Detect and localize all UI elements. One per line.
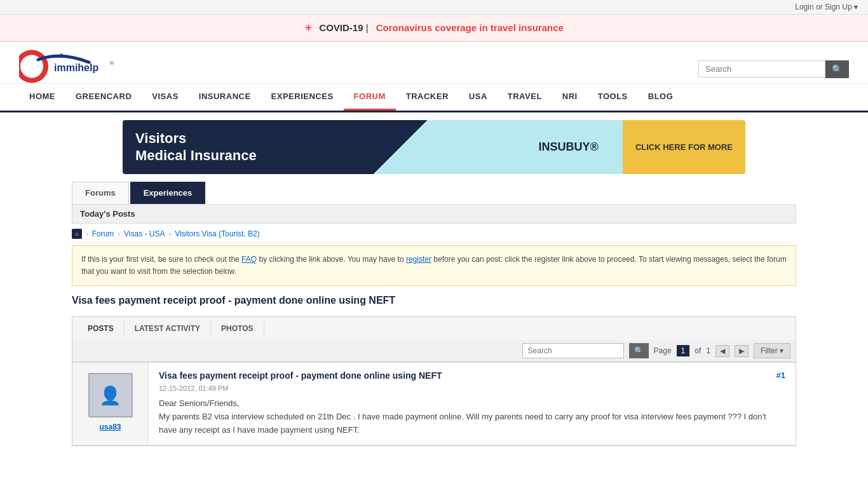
login-link[interactable]: Login or Sign Up ▾ (795, 3, 858, 11)
covid-icon: ✳ (304, 22, 313, 33)
search-button[interactable]: 🔍 (825, 60, 849, 78)
svg-text:immihelp: immihelp (54, 62, 98, 73)
post-area: 👤 usa83 Visa fees payment receipt proof … (72, 362, 796, 445)
post-controls: 🔍 Page 1 of 1 ◀ ▶ Filter ▾ (72, 340, 796, 362)
post-tab-latest-activity[interactable]: LATEST ACTIVITY (125, 321, 211, 336)
filter-button[interactable]: Filter ▾ (754, 343, 790, 358)
banner-check-1: Instant Quotes & Purchase (282, 130, 507, 140)
avatar: 👤 (88, 373, 133, 417)
breadcrumb-visitors-visa[interactable]: Visitors Visa (Tourist, B2) (175, 229, 260, 238)
post-date: 12-15-2012, 01:49 PM (159, 384, 785, 392)
nav-item-greencard[interactable]: GREENCARD (65, 84, 142, 111)
svg-text:®: ® (110, 60, 114, 66)
banner-check-3: No Paperwork (282, 153, 507, 163)
nav-item-home[interactable]: HOME (19, 84, 65, 111)
nav-item-tracker[interactable]: TRACKER (396, 84, 459, 111)
svg-text:★: ★ (58, 51, 64, 58)
banner-middle: Instant Quotes & Purchase Excellent US C… (269, 124, 520, 171)
covid-title: COVID-19 (319, 22, 363, 33)
banner-ad[interactable]: Visitors Medical Insurance Instant Quote… (123, 120, 745, 174)
post-tab-photos[interactable]: PHOTOS (211, 321, 264, 336)
info-box: If this is your first visit, be sure to … (72, 245, 796, 286)
nav-bar: HOME GREENCARD VISAS INSURANCE EXPERIENC… (0, 83, 868, 112)
todays-posts: Today's Posts (72, 204, 796, 224)
home-icon[interactable]: ⌂ (72, 229, 82, 239)
banner-title: Visitors Medical Insurance (135, 130, 257, 164)
faq-link[interactable]: FAQ (241, 255, 257, 264)
table-row: 👤 usa83 Visa fees payment receipt proof … (72, 363, 796, 445)
post-tabs-bar: POSTS LATEST ACTIVITY PHOTOS (72, 316, 796, 340)
post-avatar: 👤 usa83 (72, 363, 149, 444)
search-area: 🔍 (698, 60, 849, 78)
nav-item-tools[interactable]: TOOLS (588, 84, 638, 111)
main-content: Forums Experiences Today's Posts ⌂ › For… (53, 182, 815, 446)
banner-left: Visitors Medical Insurance (123, 124, 269, 170)
header: ★ immihelp ® 🔍 (0, 42, 868, 83)
nav-item-insurance[interactable]: INSURANCE (189, 84, 261, 111)
prev-page-button[interactable]: ◀ (715, 345, 729, 357)
post-header: Visa fees payment receipt proof - paymen… (159, 370, 785, 381)
covid-banner: ✳ COVID-19 | Coronavirus coverage in tra… (0, 15, 868, 42)
username-link[interactable]: usa83 (99, 423, 121, 431)
search-input[interactable] (698, 60, 825, 78)
post-search-button[interactable]: 🔍 (629, 343, 649, 358)
nav-item-forum[interactable]: FORUM (344, 84, 396, 111)
nav-item-blog[interactable]: BLOG (638, 84, 684, 111)
insubuy-logo: INSUBUY® (539, 140, 599, 154)
post-body: Visa fees payment receipt proof - paymen… (149, 363, 796, 444)
tab-experiences[interactable]: Experiences (130, 182, 206, 204)
nav-item-travel[interactable]: TRAVEL (498, 84, 552, 111)
nav-item-experiences[interactable]: EXPERIENCES (261, 84, 344, 111)
logo: ★ immihelp ® (19, 48, 121, 83)
post-text: Dear Seniors/Friends, My parents B2 visa… (159, 397, 785, 437)
tab-forums[interactable]: Forums (72, 182, 129, 204)
nav-item-visas[interactable]: VISAS (142, 84, 189, 111)
banner-cta[interactable]: CLICK HERE FOR MORE (623, 120, 745, 174)
post-number: #1 (776, 370, 785, 380)
nav-list: HOME GREENCARD VISAS INSURANCE EXPERIENC… (19, 84, 849, 111)
nav-item-nri[interactable]: NRI (552, 84, 588, 111)
page-label: Page (654, 346, 672, 355)
breadcrumb-visas-usa[interactable]: Visas - USA (124, 229, 165, 238)
logo-area: ★ immihelp ® (19, 48, 121, 83)
page-current: 1 (677, 345, 690, 356)
breadcrumb: ⌂ › Forum › Visas - USA › Visitors Visa … (72, 229, 796, 239)
post-title: Visa fees payment receipt proof - paymen… (159, 370, 442, 381)
nav-item-usa[interactable]: USA (459, 84, 498, 111)
post-tab-posts[interactable]: POSTS (78, 321, 125, 336)
page-total: 1 (706, 346, 710, 355)
of-label: of (695, 346, 701, 355)
thread-title: Visa fees payment receipt proof - paymen… (72, 295, 796, 306)
forum-tabs: Forums Experiences (72, 182, 796, 204)
breadcrumb-forum[interactable]: Forum (92, 229, 114, 238)
banner-check-2: Excellent US Companies (282, 142, 507, 151)
post-search-input[interactable] (522, 343, 624, 358)
covid-link[interactable]: Coronavirus coverage in travel insurance (376, 22, 564, 33)
register-link[interactable]: register (406, 255, 431, 264)
covid-separator: | (366, 22, 371, 33)
top-bar: Login or Sign Up ▾ (0, 0, 868, 15)
next-page-button[interactable]: ▶ (735, 345, 749, 357)
